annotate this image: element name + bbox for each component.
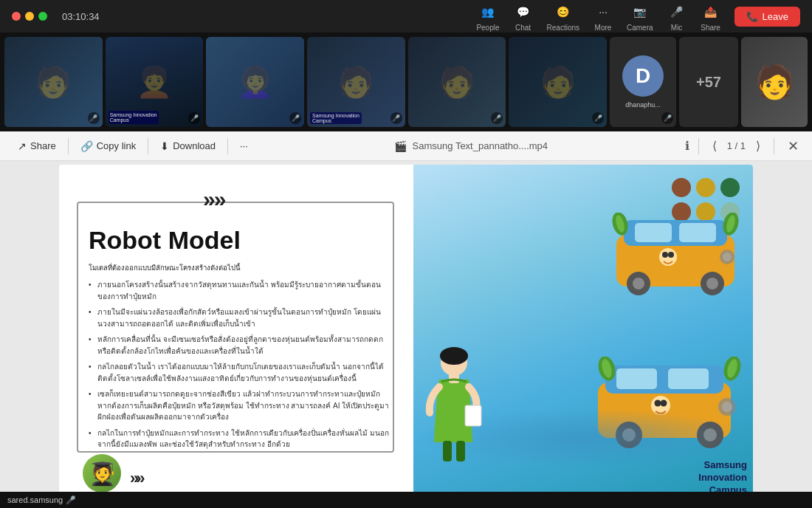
svg-point-30 [655, 400, 661, 407]
close-button[interactable] [12, 12, 21, 21]
participant-mic-1: 🎤 [88, 112, 100, 124]
svg-rect-20 [668, 368, 709, 389]
slide-arrows-top: »» [203, 187, 224, 212]
status-mic-icon: 🎤 [66, 495, 76, 505]
slide-bullet-5: เซลก็เทยะยนต์สามารถกดดูยะจากช่องสีเขียว … [89, 388, 390, 423]
camera-label: Camera [627, 24, 653, 32]
more-options-button[interactable]: ··· [231, 131, 257, 160]
participant-mic-6: 🎤 [592, 112, 604, 124]
svg-point-16 [723, 253, 732, 261]
info-icon[interactable]: ℹ [685, 139, 689, 153]
person-silhouette-1: 🧑 [35, 65, 72, 100]
svg-rect-19 [616, 368, 657, 389]
person-silhouette-3: 👩‍🦱 [237, 65, 274, 100]
mic-label: Mic [671, 24, 683, 32]
mic-button[interactable]: 🎤 Mic [667, 1, 687, 32]
chat-button[interactable]: 💬 Chat [513, 1, 534, 32]
people-button[interactable]: 👥 People [476, 1, 499, 32]
share-arrow-icon: ↗ [18, 140, 27, 152]
more-icon: ··· [593, 1, 613, 22]
participant-thumb-5[interactable]: 🧑 🎤 [408, 37, 506, 127]
toolbar-sep-3 [227, 138, 228, 154]
participant-thumb-4[interactable]: 🧑 🎤 Samsung InnovationCampus [307, 37, 405, 127]
toolbar-sep-5 [774, 138, 774, 154]
fullscreen-button[interactable] [38, 12, 47, 21]
person-silhouette-4: 🧑 [337, 65, 374, 100]
slide-bullet-3: หลักการเคลื่อนที่นั้น จะมีเซนเซอร์หรือสั… [89, 334, 390, 357]
share-btn-label: Share [30, 140, 56, 151]
slide-bullet-6: กลไกในการทำปุ๋ยหมักและการทำกระทาง ใช้หลั… [89, 428, 390, 450]
more-button[interactable]: ··· More [593, 1, 613, 32]
toolbar-sep-1 [68, 138, 69, 154]
avatar-mic: 🎤 [661, 112, 673, 124]
samsung-label-4: Samsung InnovationCampus [310, 112, 362, 124]
participant-thumb-1[interactable]: 🧑 🎤 [4, 37, 103, 127]
page-current: 1 [727, 140, 732, 151]
chat-icon: 💬 [513, 1, 534, 22]
people-label: People [476, 24, 499, 32]
top-bar-right: 👥 People 💬 Chat 😊 Reactions ··· More 📷 C… [476, 1, 800, 32]
svg-rect-38 [443, 441, 452, 461]
participants-row: 🧑 🎤 🧑‍🦱 🎤 Samsung InnovationCampus 👩‍🦱 🎤… [0, 32, 812, 131]
participant-thumb-6[interactable]: 🧑 🎤 [509, 37, 607, 127]
avatar-letter: D [622, 55, 664, 97]
right-person-icon: 🧑 [754, 63, 795, 101]
person-svg [421, 346, 487, 464]
slide-title: Robot Model [89, 226, 390, 255]
reactions-label: Reactions [547, 24, 579, 32]
slide-left-panel: »» Robot Model โมเดลที่ต้องออกแบบมีลักษณ… [59, 165, 413, 504]
samsung-line2: Innovation [698, 472, 747, 484]
share-label: Share [701, 24, 720, 32]
samsung-line1: Samsung [698, 459, 747, 472]
share-button[interactable]: ↗ Share [9, 131, 65, 160]
link-icon: 🔗 [80, 140, 93, 152]
svg-point-13 [662, 252, 668, 258]
svg-rect-3 [679, 223, 716, 242]
close-viewer-button[interactable]: ✕ [783, 137, 803, 156]
slide-bullet-2: ภายในมีจะแผ่นวงล้อรองเพื่อกักสัตว์หรือแม… [89, 306, 390, 329]
file-icon: 🎬 [394, 140, 407, 152]
participant-thumb-3[interactable]: 👩‍🦱 🎤 [206, 37, 304, 127]
share-screen-button[interactable]: 📤 Share [701, 1, 721, 32]
top-bar: 03:10:34 👥 People 💬 Chat 😊 Reactions ···… [0, 0, 812, 32]
slide-arrows-bottom: »» [130, 469, 142, 488]
participant-mic-4: 🎤 [390, 112, 402, 124]
more-dots-icon: ··· [240, 140, 248, 151]
slide-avatar: 🧑‍🎓 [83, 454, 121, 492]
person-silhouette-6: 🧑 [540, 65, 577, 100]
svg-point-31 [661, 400, 667, 407]
download-label: Download [173, 140, 216, 151]
color-dot-3 [720, 178, 740, 197]
bullets-container: ภายนอกโครงสร้างนั้นสร้างจากวัสดุทนทานและ… [89, 279, 390, 450]
prev-page-button[interactable]: ⟨ [708, 137, 721, 154]
traffic-lights [12, 12, 47, 21]
top-bar-left: 03:10:34 [12, 11, 100, 22]
slide-bullet-1: ภายนอกโครงสร้างนั้นสร้างจากวัสดุทนทานและ… [89, 279, 390, 302]
main-avatar[interactable]: D dhanaphu... 🎤 [610, 37, 676, 127]
samsung-label: Samsung InnovationCampus [109, 111, 159, 124]
leave-button[interactable]: 📞 Leave [734, 7, 800, 27]
viewer-toolbar: ↗ Share 🔗 Copy link ⬇ Download ··· 🎬 Sam… [0, 131, 812, 161]
copy-link-button[interactable]: 🔗 Copy link [72, 131, 145, 160]
toolbar-sep-4 [698, 138, 699, 154]
right-avatar[interactable]: 🧑 [741, 37, 808, 127]
avatar-face-icon: 🧑‍🎓 [89, 461, 116, 487]
next-page-button[interactable]: ⟩ [751, 137, 765, 154]
page-total: 1 [740, 140, 746, 151]
avatar-name: dhanaphu... [622, 101, 664, 109]
plus-participants-badge[interactable]: +57 [679, 37, 738, 127]
camera-icon: 📷 [630, 1, 650, 22]
minimize-button[interactable] [25, 12, 34, 21]
participant-mic-3: 🎤 [289, 112, 301, 124]
download-button[interactable]: ⬇ Download [151, 131, 224, 160]
camera-button[interactable]: 📷 Camera [627, 1, 653, 32]
main-content: »» Robot Model โมเดลที่ต้องออกแบบมีลักษณ… [0, 161, 812, 508]
reactions-button[interactable]: 😊 Reactions [547, 1, 579, 32]
person-figure [421, 346, 487, 467]
svg-point-35 [440, 347, 468, 365]
participant-thumb-2[interactable]: 🧑‍🦱 🎤 Samsung InnovationCampus [106, 37, 204, 127]
color-dot-1 [672, 178, 691, 197]
copy-link-label: Copy link [97, 140, 136, 151]
participant-face-1: 🧑 [4, 37, 103, 127]
chat-label: Chat [515, 24, 531, 32]
